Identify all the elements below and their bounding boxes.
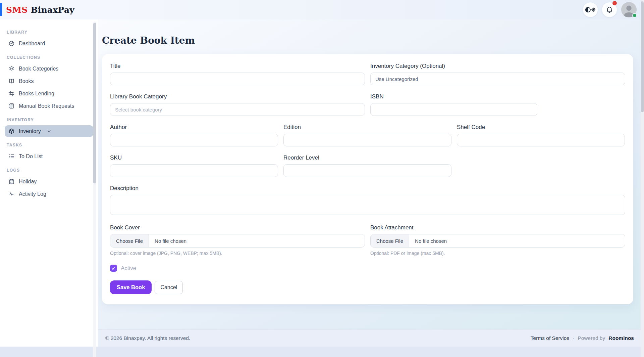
page-title: Create Book Item <box>102 35 633 46</box>
app-logo: SMSBinaxPay <box>6 5 74 15</box>
create-book-form-card: Title Inventory Category (Optional) Use … <box>102 54 633 304</box>
field-title: Title <box>110 63 365 85</box>
edition-input[interactable] <box>283 134 451 146</box>
book-attachment-file-status: No file chosen <box>409 238 452 244</box>
reorder-level-input[interactable] <box>283 164 451 177</box>
field-edition: Edition <box>283 124 451 146</box>
sidebar-item-dashboard[interactable]: Dashboard <box>5 38 93 49</box>
active-field: ✓ Active <box>110 265 625 272</box>
book-attachment-choose-file-button[interactable]: Choose File <box>371 234 409 247</box>
sidebar-item-book-categories[interactable]: Book Categories <box>5 63 93 75</box>
open-book-icon <box>8 78 15 84</box>
bell-icon <box>605 6 613 14</box>
sidebar-item-books-lending[interactable]: Books Lending <box>5 88 93 99</box>
powered-brand-link[interactable]: Roominos <box>608 335 634 341</box>
page-content: Create Book Item Title Inventory Categor… <box>98 19 644 329</box>
sidebar-item-label: Books Lending <box>19 91 54 97</box>
accent-bar <box>0 3 2 16</box>
sidebar-item-activity-log[interactable]: Activity Log <box>5 188 93 200</box>
header-actions <box>583 2 637 17</box>
book-cover-label: Book Cover <box>110 224 365 231</box>
sidebar-item-books[interactable]: Books <box>5 75 93 87</box>
footer-separator: · <box>573 335 574 341</box>
field-isbn: ISBN <box>370 93 537 116</box>
calendar-icon <box>8 178 15 185</box>
library-book-category-label: Library Book Category <box>110 93 365 100</box>
sidebar-section-tasks: TASKS <box>0 138 98 150</box>
journal-icon <box>8 103 15 109</box>
field-reorder-level: Reorder Level <box>283 154 451 177</box>
field-shelf-code: Shelf Code <box>457 124 625 146</box>
edition-label: Edition <box>283 124 451 131</box>
sku-input[interactable] <box>110 164 278 177</box>
main-area: Create Book Item Title Inventory Categor… <box>98 19 644 347</box>
active-label: Active <box>121 265 136 272</box>
book-cover-choose-file-button[interactable]: Choose File <box>110 234 149 247</box>
notifications-button[interactable] <box>602 2 617 17</box>
cancel-button[interactable]: Cancel <box>155 281 183 294</box>
powered-by-text: Powered by <box>578 335 605 341</box>
sidebar-item-manual-book-requests[interactable]: Manual Book Requests <box>5 100 93 112</box>
isbn-label: ISBN <box>370 93 537 100</box>
logo-name: BinaxPay <box>31 5 74 15</box>
sku-label: SKU <box>110 154 278 161</box>
shelf-code-input[interactable] <box>457 134 625 146</box>
title-input[interactable] <box>110 73 365 85</box>
footer: © 2026 Binaxpay. All rights reserved. Te… <box>98 329 644 347</box>
field-author: Author <box>110 124 278 146</box>
package-icon <box>8 128 15 134</box>
field-description: Description <box>110 185 625 216</box>
field-book-cover: Book Cover Choose File No file chosen Op… <box>110 224 365 256</box>
book-cover-file-status: No file chosen <box>149 238 192 244</box>
terms-of-service-link[interactable]: Terms of Service <box>531 335 569 341</box>
author-input[interactable] <box>110 134 278 146</box>
inventory-category-select[interactable]: Use Uncategorized <box>370 73 625 85</box>
top-bar: SMSBinaxPay <box>0 0 644 19</box>
book-cover-helper-text: Optional: cover image (JPG, PNG, WEBP; m… <box>110 251 365 256</box>
gauge-icon <box>8 40 15 47</box>
book-cover-file-input[interactable]: Choose File No file chosen <box>110 234 365 248</box>
logo-prefix: SMS <box>6 5 28 15</box>
notification-badge <box>612 1 617 5</box>
shelf-code-label: Shelf Code <box>457 124 625 131</box>
sidebar-item-label: Manual Book Requests <box>19 103 74 109</box>
isbn-input[interactable] <box>370 103 537 116</box>
inventory-category-label: Inventory Category (Optional) <box>370 63 625 70</box>
app-window: SMSBinaxPay <box>0 0 644 347</box>
inventory-category-value: Use Uncategorized <box>375 76 418 82</box>
swap-arrows-icon <box>8 90 15 97</box>
sidebar-section-inventory: INVENTORY <box>0 113 98 125</box>
sidebar-item-holiday[interactable]: Holiday <box>5 176 93 187</box>
book-attachment-label: Book Attachment <box>370 224 625 231</box>
book-attachment-file-input[interactable]: Choose File No file chosen <box>370 234 625 248</box>
sidebar-item-label: Activity Log <box>19 191 46 197</box>
avatar[interactable] <box>621 2 637 17</box>
theme-toggle-button[interactable] <box>583 2 598 17</box>
checklist-icon <box>8 153 15 160</box>
field-book-attachment: Book Attachment Choose File No file chos… <box>370 224 625 256</box>
description-textarea[interactable] <box>110 195 625 215</box>
library-book-category-select[interactable]: Select book category <box>110 103 365 116</box>
reorder-level-label: Reorder Level <box>283 154 451 161</box>
description-label: Description <box>110 185 625 192</box>
sidebar-section-logs: LOGS <box>0 163 98 175</box>
sidebar-item-label: To Do List <box>19 153 43 160</box>
copyright-text: © 2026 Binaxpay. All rights reserved. <box>105 335 190 341</box>
form-actions: Save Book Cancel <box>110 280 625 294</box>
sidebar-item-label: Book Categories <box>19 66 58 72</box>
sidebar-item-label: Holiday <box>19 179 37 185</box>
save-book-button[interactable]: Save Book <box>110 280 152 294</box>
book-attachment-helper-text: Optional: PDF or image (max 5MB). <box>370 251 625 256</box>
field-inventory-category: Inventory Category (Optional) Use Uncate… <box>370 63 625 85</box>
sidebar-scrollbar-thumb[interactable] <box>93 23 96 183</box>
sidebar-item-label: Inventory <box>19 128 41 134</box>
library-book-category-placeholder: Select book category <box>115 107 162 113</box>
sidebar-item-label: Dashboard <box>19 41 45 47</box>
active-checkbox[interactable]: ✓ <box>110 265 117 272</box>
page-scrollbar-thumb[interactable] <box>641 1 644 112</box>
chevron-down-icon <box>47 129 52 134</box>
online-status-dot <box>632 13 637 18</box>
sidebar: LIBRARY Dashboard COLLECTIONS Book Categ… <box>0 19 98 347</box>
sidebar-item-to-do-list[interactable]: To Do List <box>5 150 93 162</box>
sidebar-item-inventory[interactable]: Inventory <box>5 125 93 137</box>
